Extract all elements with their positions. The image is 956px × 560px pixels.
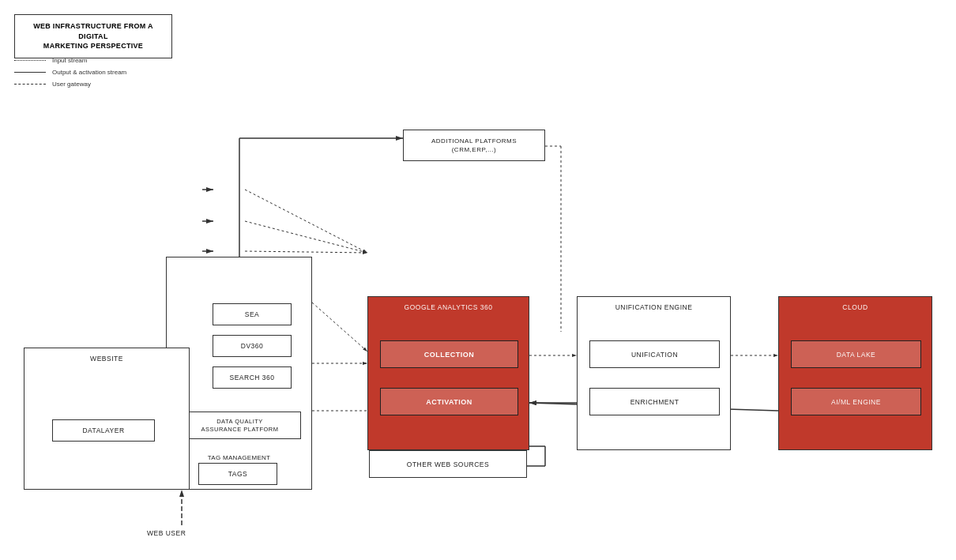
svg-line-12 — [312, 303, 367, 351]
unification-engine-outer: UNIFICATION ENGINE UNIFICATION ENRICHMEN… — [577, 296, 731, 450]
activation-box: ACTIVATION — [380, 388, 518, 415]
unification-engine-label: UNIFICATION ENGINE — [578, 303, 730, 311]
enrichment-box: ENRICHMENT — [589, 388, 720, 415]
other-web-sources-box: OTHER WEB SOURCES — [369, 450, 527, 478]
ai-ml-label: AI/ML ENGINE — [831, 398, 881, 406]
datalayer-label: DATALAYER — [82, 427, 124, 434]
sea-label: SEA — [245, 310, 260, 318]
legend: Input stream Output & activation stream … — [14, 57, 126, 92]
web-user-label: WEB USER — [147, 529, 186, 537]
dv360-box: DV360 — [213, 335, 292, 357]
dv360-label: DV360 — [241, 342, 264, 350]
ga360-label: GOOGLE ANALYTICS 360 — [368, 303, 529, 311]
website-label: WEBSITE — [24, 355, 189, 363]
title-text: WEB INFRASTRUCTURE FROM A DIGITAL MARKET… — [33, 22, 153, 50]
cloud-outer: CLOUD DATA LAKE AI/ML ENGINE — [778, 296, 932, 450]
other-web-sources-label: OTHER WEB SOURCES — [407, 460, 489, 468]
activation-label: ACTIVATION — [426, 398, 472, 406]
legend-output-stream: Output & activation stream — [14, 69, 126, 76]
dotted-line-icon — [14, 60, 46, 61]
unification-box: UNIFICATION — [589, 340, 720, 368]
ai-ml-box: AI/ML ENGINE — [791, 388, 921, 415]
svg-line-2 — [245, 190, 367, 253]
svg-line-3 — [245, 221, 367, 253]
cloud-label: CLOUD — [779, 303, 932, 311]
dashed-line-icon — [14, 84, 46, 85]
data-quality-box: DATA QUALITY ASSURANCE PLATFORM — [179, 412, 301, 439]
data-lake-box: DATA LAKE — [791, 340, 921, 368]
title-box: WEB INFRASTRUCTURE FROM A DIGITAL MARKET… — [14, 14, 172, 58]
unification-label: UNIFICATION — [631, 351, 678, 359]
search360-label: SEARCH 360 — [230, 374, 275, 381]
solid-line-icon — [14, 72, 46, 73]
sea-box: SEA — [213, 303, 292, 325]
website-outer: WEBSITE DATALAYER — [24, 348, 190, 490]
legend-output-label: Output & activation stream — [52, 69, 126, 76]
collection-label: COLLECTION — [424, 351, 475, 359]
legend-input-label: Input stream — [52, 57, 87, 64]
svg-line-4 — [245, 251, 367, 253]
collection-box: COLLECTION — [380, 340, 518, 368]
tags-box: TAGS — [198, 463, 277, 485]
enrichment-label: ENRICHMENT — [630, 398, 679, 406]
additional-platforms-label: ADDITIONAL PLATFORMS (CRM,ERP,...) — [431, 137, 517, 154]
legend-input-stream: Input stream — [14, 57, 126, 64]
legend-gateway-label: User gateway — [52, 81, 91, 88]
datalayer-box: DATALAYER — [52, 419, 155, 442]
search360-box: SEARCH 360 — [213, 366, 292, 389]
ga360-outer: GOOGLE ANALYTICS 360 COLLECTION ACTIVATI… — [367, 296, 529, 450]
additional-platforms-box: ADDITIONAL PLATFORMS (CRM,ERP,...) — [403, 130, 545, 161]
legend-user-gateway: User gateway — [14, 81, 126, 88]
diagram: SEA DV360 SEARCH 360 DATA QUALITY ASSURA… — [0, 118, 956, 560]
tags-label: TAGS — [228, 470, 248, 478]
data-lake-label: DATA LAKE — [837, 351, 876, 359]
data-quality-label: DATA QUALITY ASSURANCE PLATFORM — [201, 418, 278, 434]
